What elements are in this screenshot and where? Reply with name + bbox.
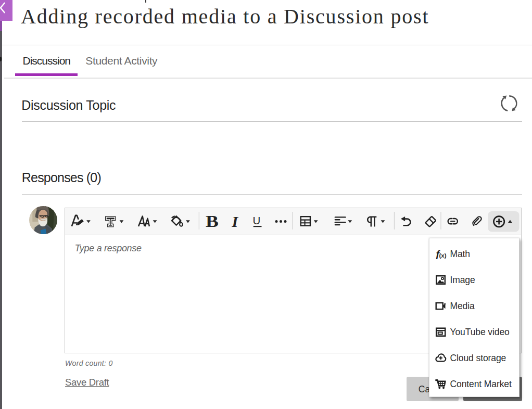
svg-text:B: B xyxy=(206,212,219,230)
svg-text:(x): (x) xyxy=(439,252,446,259)
svg-text:U: U xyxy=(252,214,260,226)
svg-text:I: I xyxy=(231,213,238,230)
